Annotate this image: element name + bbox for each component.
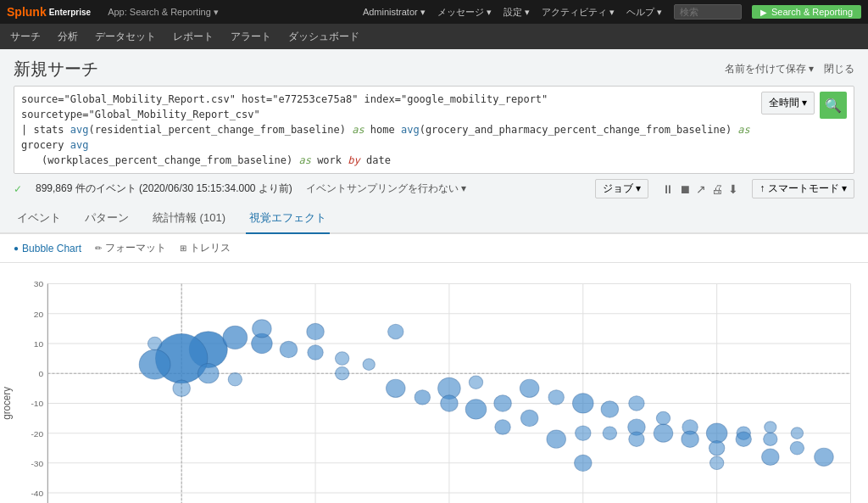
app-label[interactable]: App: Search & Reporting ▾ <box>108 7 219 18</box>
svg-text:-30: -30 <box>31 459 43 468</box>
svg-point-47 <box>335 352 348 366</box>
activity-link[interactable]: アクティビティ ▾ <box>542 6 615 19</box>
tab-statistics[interactable]: 統計情報 (101) <box>149 204 229 234</box>
event-count: 899,869 件のイベント (2020/06/30 15:15:34.000 … <box>36 182 292 196</box>
query-line1: source="Global_Mobility_Report.csv" host… <box>21 92 756 122</box>
svg-point-63 <box>575 455 592 471</box>
nav-alerts[interactable]: アラート <box>231 26 271 48</box>
svg-point-40 <box>223 326 248 349</box>
sub-tabs: ● Bubble Chart ✏ フォーマット ⊞ トレリス <box>0 234 868 263</box>
svg-point-69 <box>656 411 670 425</box>
splunk-logo: Splunk Enterprise <box>7 5 91 19</box>
svg-point-81 <box>791 428 803 439</box>
trellis-icon: ⊞ <box>180 243 186 253</box>
svg-point-48 <box>363 359 375 371</box>
tab-events[interactable]: イベント <box>14 204 64 234</box>
svg-point-55 <box>494 395 511 411</box>
svg-point-78 <box>765 422 776 433</box>
svg-text:0: 0 <box>39 369 44 378</box>
time-picker-button[interactable]: 全時間 ▾ <box>761 92 815 115</box>
svg-text:-20: -20 <box>31 429 43 439</box>
close-button[interactable]: 閉じる <box>824 62 854 76</box>
sampling-button[interactable]: イベントサンプリングを行わない ▾ <box>306 182 466 196</box>
svg-rect-0 <box>0 271 868 503</box>
print-button[interactable]: 🖨 <box>711 182 723 196</box>
svg-point-73 <box>706 423 727 443</box>
save-button[interactable]: 名前を付けて保存 ▾ <box>725 62 814 76</box>
status-bar: ✓ 899,869 件のイベント (2020/06/30 15:15:34.00… <box>0 174 868 204</box>
svg-point-87 <box>253 320 272 338</box>
svg-point-44 <box>198 364 219 383</box>
nav-datasets[interactable]: データセット <box>95 26 156 48</box>
play-icon: ▶ <box>760 8 767 17</box>
admin-link[interactable]: Administrator ▾ <box>363 7 426 18</box>
svg-point-58 <box>520 410 537 426</box>
svg-point-70 <box>654 424 673 442</box>
svg-point-82 <box>790 441 804 455</box>
svg-point-66 <box>629 396 644 411</box>
format-icon: ✏ <box>95 243 102 253</box>
nav-analysis[interactable]: 分析 <box>58 26 78 48</box>
sub-tab-format[interactable]: ✏ フォーマット <box>95 241 166 255</box>
chart-container: 3020100-10-20-30-40-50-50510152025homegr… <box>0 263 868 503</box>
svg-point-88 <box>335 366 348 380</box>
svg-point-57 <box>520 379 539 397</box>
svg-point-72 <box>682 431 698 447</box>
svg-point-49 <box>387 379 406 397</box>
bubble-chart-svg: 3020100-10-20-30-40-50-50510152025homegr… <box>0 271 868 503</box>
svg-point-42 <box>280 341 297 357</box>
svg-point-77 <box>736 432 751 446</box>
svg-text:-40: -40 <box>31 489 43 498</box>
jobs-button[interactable]: ジョブ ▾ <box>595 179 648 198</box>
second-nav: サーチ 分析 データセット レポート アラート ダッシュボード <box>0 24 868 49</box>
page-header-actions: 名前を付けて保存 ▾ 閉じる <box>725 62 854 76</box>
svg-text:30: 30 <box>34 280 44 289</box>
search-execute-icon: 🔍 <box>825 98 842 114</box>
nav-reports[interactable]: レポート <box>173 26 214 48</box>
svg-point-54 <box>465 400 487 419</box>
svg-point-46 <box>307 323 324 339</box>
stop-button[interactable]: ⏹ <box>679 182 691 196</box>
svg-point-43 <box>308 345 323 360</box>
svg-point-39 <box>139 349 170 379</box>
job-controls: ⏸ ⏹ ↗ 🖨 ⬇ <box>662 182 738 196</box>
svg-point-59 <box>548 390 564 405</box>
page-title: 新規サーチ <box>14 58 98 81</box>
tabs: イベント パターン 統計情報 (101) 視覚エフェクト <box>0 204 868 234</box>
query-line2: | stats avg(residential_percent_change_f… <box>21 122 756 153</box>
svg-point-68 <box>629 432 644 446</box>
svg-text:-10: -10 <box>31 400 43 409</box>
settings-link[interactable]: 設定 ▾ <box>504 6 530 19</box>
export-button[interactable]: ⬇ <box>728 182 738 196</box>
svg-point-86 <box>147 337 161 350</box>
svg-point-74 <box>709 441 724 455</box>
search-reporting-button[interactable]: ▶ Search & Reporting <box>752 5 861 19</box>
pause-button[interactable]: ⏸ <box>662 182 674 196</box>
search-query[interactable]: source="Global_Mobility_Report.csv" host… <box>21 92 756 168</box>
help-link[interactable]: ヘルプ ▾ <box>626 6 662 19</box>
svg-point-60 <box>547 430 566 448</box>
sub-tab-trellis[interactable]: ⊞ トレリス <box>180 241 231 255</box>
svg-point-83 <box>815 448 834 466</box>
nav-dashboard[interactable]: ダッシュボード <box>288 26 359 48</box>
tab-patterns[interactable]: パターン <box>81 204 132 234</box>
search-execute-button[interactable]: 🔍 <box>820 92 847 119</box>
sub-tab-bubble[interactable]: ● Bubble Chart <box>14 241 81 255</box>
top-nav-links: Administrator ▾ メッセージ ▾ 設定 ▾ アクティビティ ▾ ヘ… <box>363 4 742 20</box>
svg-text:20: 20 <box>34 310 44 319</box>
smart-mode-button[interactable]: ↑ スマートモード ▾ <box>752 179 854 198</box>
svg-point-65 <box>603 427 616 440</box>
svg-point-56 <box>495 420 510 434</box>
svg-point-85 <box>173 380 190 396</box>
svg-point-64 <box>601 401 618 417</box>
svg-point-52 <box>441 395 458 411</box>
messages-link[interactable]: メッセージ ▾ <box>437 6 492 19</box>
tab-visualization[interactable]: 視覚エフェクト <box>246 204 330 234</box>
svg-point-79 <box>764 433 777 446</box>
search-input[interactable] <box>674 4 742 20</box>
query-line3: (workplaces_percent_change_from_baseline… <box>21 153 756 168</box>
svg-point-61 <box>572 394 593 413</box>
bubble-icon: ● <box>14 243 19 253</box>
nav-search[interactable]: サーチ <box>10 26 41 48</box>
share-button[interactable]: ↗ <box>696 182 706 196</box>
